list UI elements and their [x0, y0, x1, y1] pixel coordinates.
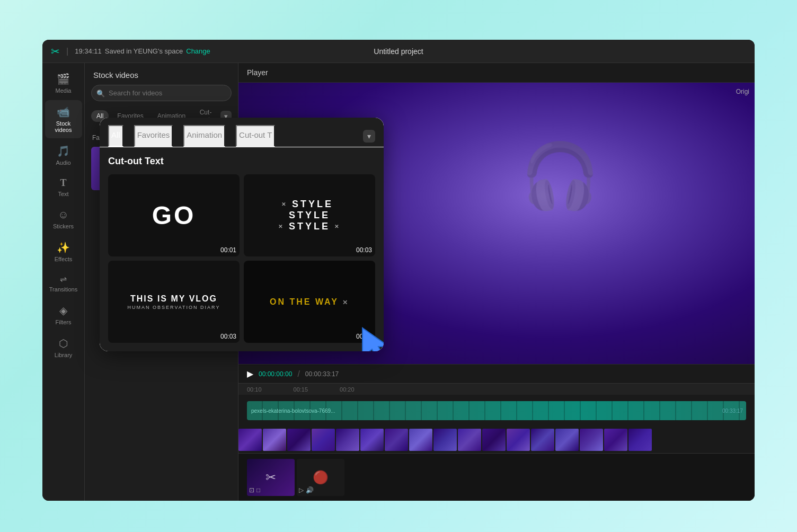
popup-tab-animation[interactable]: Animation	[183, 125, 225, 147]
ruler-mark-2: 00:15	[294, 386, 308, 393]
timeline-thumb-1	[238, 429, 262, 451]
style-x-1: ✕	[281, 201, 288, 207]
timeline-thumb-6	[360, 429, 384, 451]
svg-point-9	[560, 175, 575, 188]
svg-point-4	[471, 136, 509, 181]
popup-thumb-style-inner: ✕STYLE STYLE ✕STYLE✕	[244, 174, 375, 256]
sidebar-item-filters[interactable]: ◈ Filters	[45, 299, 82, 331]
timeline-controls: ▶ 00:00:00:00 / 00:00:33:17	[238, 364, 755, 383]
sidebar-item-effects[interactable]: ✨ Effects	[45, 236, 82, 268]
track-duration: 00:33:17	[722, 408, 743, 414]
style-line-2: STYLE	[289, 210, 330, 221]
sidebar-item-audio[interactable]: 🎵 Audio	[45, 139, 82, 171]
bottom-thumb-2-controls: ▷ 🔊	[299, 486, 314, 494]
timeline-thumb-13	[531, 429, 554, 451]
text-label: Text	[58, 191, 68, 197]
popup-thumb-go-text: GO	[152, 201, 196, 230]
popup-thumb-style[interactable]: ✕STYLE STYLE ✕STYLE✕ 00:03	[244, 174, 375, 256]
svg-point-2	[490, 104, 606, 240]
sidebar-item-library[interactable]: ⬡ Library	[45, 332, 82, 363]
popup-thumb-style-text: ✕STYLE STYLE ✕STYLE✕	[278, 199, 341, 232]
timeline-thumb-12	[507, 429, 530, 451]
popup-thumb-go[interactable]: GO 00:01	[108, 174, 240, 256]
timeline-thumb-11	[482, 429, 506, 451]
dropdown-popup: All Favorites Animation Cut-out T ▾ Cut-…	[100, 118, 384, 351]
popup-thumb-vlog-text: THIS IS MY VLOG Human Observation diary	[128, 294, 220, 310]
player-title: Player	[238, 63, 755, 83]
total-time: 00:00:33:17	[305, 370, 339, 378]
timeline-thumb-7	[385, 429, 408, 451]
timeline-thumb-14	[555, 429, 579, 451]
svg-rect-10	[658, 83, 755, 364]
bottom-thumb-2[interactable]: 🔴 ▷ 🔊	[297, 459, 344, 496]
media-icon: 🎬	[57, 73, 70, 85]
effects-label: Effects	[55, 256, 72, 262]
popup-tab-favorites[interactable]: Favorites	[134, 125, 173, 147]
svg-point-8	[524, 175, 539, 188]
stickers-icon: ☺	[58, 209, 68, 221]
popup-thumb-vlog-duration: 00:03	[220, 333, 236, 340]
popup-thumb-go-duration: 00:01	[220, 246, 236, 254]
sidebar-item-transitions[interactable]: ⇌ Transitions	[45, 269, 82, 298]
search-icon: 🔍	[96, 89, 105, 97]
popup-tabs: All Favorites Animation Cut-out T ▾	[100, 118, 384, 147]
popup-tab-cutout[interactable]: Cut-out T	[236, 125, 275, 147]
svg-point-6	[481, 141, 500, 164]
bottom-thumb-1[interactable]: ✂ ⊡ □	[247, 459, 295, 496]
current-time: 00:00:00:00	[259, 370, 292, 378]
timeline-thumb-4	[312, 429, 335, 451]
timeline-thumb-2	[263, 429, 286, 451]
bottom-panel: ✂ ⊡ □ 🔴 ▷ 🔊	[238, 453, 755, 501]
popup-tab-all[interactable]: All	[108, 125, 123, 147]
ruler-mark-3: 00:20	[340, 386, 355, 393]
popup-thumb-go-inner: GO	[108, 174, 240, 256]
panel-title: Stock videos	[85, 63, 238, 85]
ruler-mark-1: 00:10	[247, 386, 262, 393]
audio-icon: 🎵	[57, 145, 70, 157]
track-bar[interactable]: pexels-ekaterina-bolovtsova-7669... 00:3…	[247, 401, 746, 420]
original-badge: Origi	[736, 88, 749, 95]
track-filename: pexels-ekaterina-bolovtsova-7669...	[251, 408, 335, 414]
search-input[interactable]	[91, 85, 232, 101]
filters-label: Filters	[56, 319, 72, 325]
style-x-3: ✕	[278, 224, 285, 229]
control-icon-2: □	[256, 486, 260, 494]
media-label: Media	[56, 87, 72, 94]
svg-rect-3	[532, 233, 564, 265]
project-name: Untitled project	[374, 47, 423, 56]
change-link[interactable]: Change	[186, 47, 210, 55]
divider: |	[66, 47, 68, 56]
popup-dropdown-btn[interactable]: ▾	[363, 130, 375, 143]
stickers-label: Stickers	[53, 223, 74, 229]
sidebar: 🎬 Media 📹 Stock videos 🎵 Audio T Text ☺ …	[42, 63, 85, 501]
bottom-thumb-1-controls: ⊡ □	[249, 486, 260, 494]
control-icon-3: ▷	[299, 486, 304, 494]
audio-label: Audio	[56, 159, 70, 166]
library-icon: ⬡	[59, 337, 68, 350]
popup-grid: GO 00:01 ✕STYLE STYLE ✕STYLE✕	[108, 174, 375, 343]
sidebar-item-media[interactable]: 🎬 Media	[45, 67, 82, 99]
popup-thumb-vlog[interactable]: THIS IS MY VLOG Human Observation diary …	[108, 261, 240, 343]
style-line-3: ✕STYLE✕	[278, 221, 341, 232]
timeline-track: pexels-ekaterina-bolovtsova-7669... 00:3…	[238, 395, 755, 427]
timeline-thumb-3	[287, 429, 311, 451]
timeline-thumb-17	[628, 429, 652, 451]
title-bar: ✂ | 19:34:11 Saved in YEUNG's space Chan…	[42, 40, 755, 63]
vlog-main: THIS IS MY VLOG	[130, 294, 217, 304]
timeline-ruler: 00:10 00:15 00:20	[238, 383, 755, 395]
filters-icon: ◈	[59, 304, 67, 317]
stock-videos-icon: 📹	[57, 105, 70, 118]
popup-thumb-onway[interactable]: ON THE WAY ✕ 00:03	[244, 261, 375, 343]
popup-section-title: Cut-out Text	[108, 156, 375, 167]
text-icon: T	[60, 178, 66, 189]
sidebar-item-stickers[interactable]: ☺ Stickers	[45, 203, 82, 235]
play-button[interactable]: ▶	[247, 369, 253, 379]
popup-thumb-vlog-inner: THIS IS MY VLOG Human Observation diary	[108, 261, 240, 343]
sidebar-item-stock-videos[interactable]: 📹 Stock videos	[45, 100, 82, 138]
stock-videos-label: Stock videos	[48, 120, 79, 133]
sidebar-item-text[interactable]: T Text	[45, 172, 82, 202]
control-icon-4: 🔊	[306, 486, 314, 494]
timeline-thumb-5	[336, 429, 359, 451]
svg-point-5	[587, 136, 625, 181]
cursor-container	[357, 323, 384, 351]
